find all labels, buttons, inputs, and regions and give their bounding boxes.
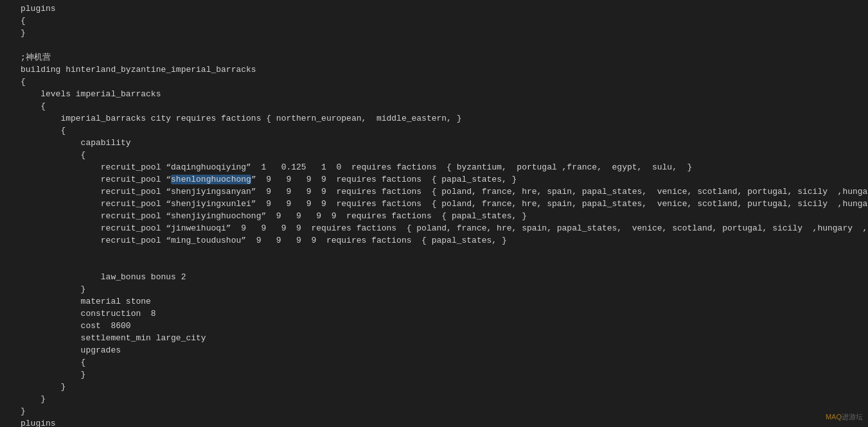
code-line: } [0, 405, 868, 417]
watermark: MAQ进游坛 [826, 412, 863, 423]
code-line: upgrades [0, 344, 868, 356]
code-line [0, 39, 868, 51]
code-line: capability [0, 137, 868, 149]
code-line [0, 247, 868, 259]
code-editor: plugins { } ;神机营 building hinterland_byz… [0, 0, 868, 427]
code-line: recruit_pool “jinweihuoqi” 9 9 9 9 requi… [0, 222, 868, 234]
code-line: ;神机营 [0, 51, 868, 64]
code-line: { [0, 149, 868, 161]
code-line: material stone [0, 295, 868, 308]
code-line: { [0, 76, 868, 88]
code-line: } [0, 369, 868, 381]
code-line-highlighted: recruit_pool “shenlonghuochong” 9 9 9 9 … [0, 173, 868, 186]
code-line [0, 259, 868, 271]
code-line: plugins [0, 3, 868, 15]
watermark-suffix: 进游坛 [842, 413, 863, 421]
code-line: law_bonus bonus 2 [0, 271, 868, 283]
code-line: construction 8 [0, 308, 868, 320]
code-line: imperial_barracks city requires factions… [0, 112, 868, 125]
code-line: cost 8600 [0, 320, 868, 332]
code-line: } [0, 393, 868, 405]
code-line: { [0, 356, 868, 369]
code-line: recruit_pool “ming_toudushou” 9 9 9 9 re… [0, 234, 868, 247]
code-line: } [0, 283, 868, 295]
code-line: recruit_pool “shenjiyingxunlei” 9 9 9 9 … [0, 198, 868, 210]
watermark-text: MAQ [826, 413, 842, 421]
code-line: plugins [0, 417, 868, 427]
code-line: recruit_pool “shenjiyingsanyan” 9 9 9 9 … [0, 186, 868, 198]
code-line: } [0, 381, 868, 393]
code-line: building hinterland_byzantine_imperial_b… [0, 64, 868, 76]
code-line: settlement_min large_city [0, 332, 868, 344]
code-line: { [0, 100, 868, 112]
code-line: } [0, 27, 868, 39]
code-line: recruit_pool “daqinghuoqiying” 1 0.125 1… [0, 161, 868, 173]
code-line: { [0, 125, 868, 137]
code-line: levels imperial_barracks [0, 88, 868, 100]
code-line: recruit_pool “shenjiyinghuochong” 9 9 9 … [0, 210, 868, 222]
code-line: { [0, 15, 868, 27]
